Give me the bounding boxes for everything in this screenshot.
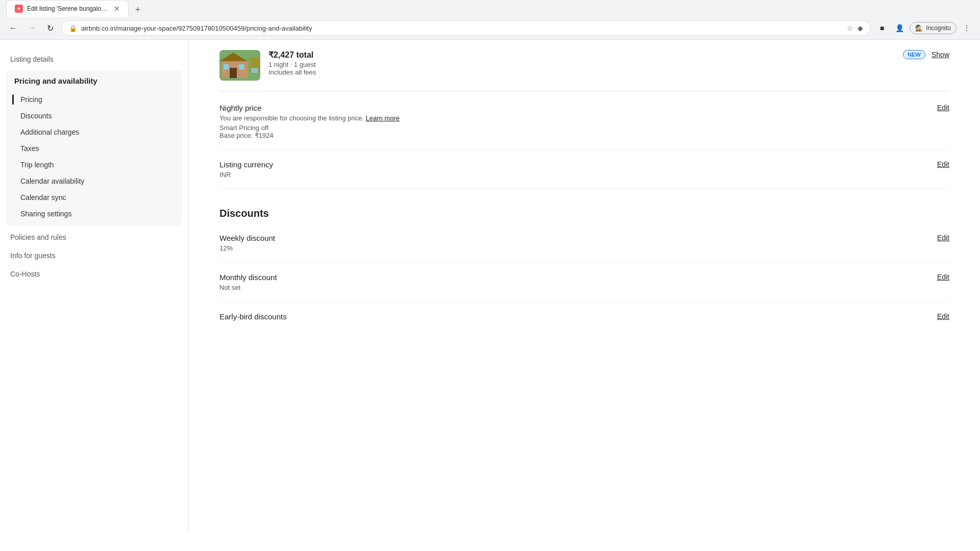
sidebar-co-hosts[interactable]: Co-Hosts xyxy=(0,265,188,283)
sidebar-item-sharing-settings[interactable]: Sharing settings xyxy=(6,206,182,222)
sidebar-item-additional-charges[interactable]: Additional charges xyxy=(6,124,182,140)
svg-rect-7 xyxy=(251,68,258,73)
weekly-discount-info: Weekly discount 12% xyxy=(219,234,929,252)
preview-nights: 1 night · 1 guest xyxy=(268,61,316,68)
address-bar-icons: ☆ ◆ xyxy=(847,24,863,32)
incognito-label: Incognito xyxy=(926,24,951,32)
sidebar-item-taxes[interactable]: Taxes xyxy=(6,140,182,157)
tab-bar: ✦ Edit listing 'Serene bungalow in c... … xyxy=(0,0,980,17)
preview-total-price: ₹2,427 total xyxy=(268,50,316,60)
monthly-discount-edit-link[interactable]: Edit xyxy=(937,273,949,281)
incognito-icon: 🕵 xyxy=(915,24,923,32)
tab-favicon: ✦ xyxy=(15,5,23,13)
nightly-price-desc: You are responsible for choosing the lis… xyxy=(219,114,929,122)
nightly-price-title: Nightly price xyxy=(219,104,929,112)
incognito-button[interactable]: 🕵 Incognito xyxy=(910,22,957,34)
tab-close-button[interactable]: ✕ xyxy=(114,5,120,13)
nightly-price-edit-link[interactable]: Edit xyxy=(937,104,949,112)
preview-info: ₹2,427 total 1 night · 1 guest Includes … xyxy=(268,50,316,76)
preview-left: ₹2,427 total 1 night · 1 guest Includes … xyxy=(219,50,316,81)
listing-currency-title: Listing currency xyxy=(219,160,929,169)
profile-button[interactable]: 👤 xyxy=(892,21,906,35)
early-bird-row: Early-bird discounts Edit xyxy=(219,302,949,331)
monthly-discount-title: Monthly discount xyxy=(219,273,929,282)
address-bar-row: ← → ↻ 🔒 airbnb.co.in/manage-your-space/9… xyxy=(0,17,980,39)
svg-rect-5 xyxy=(239,64,244,69)
nightly-price-row: Nightly price You are responsible for ch… xyxy=(219,91,949,150)
sidebar-item-discounts[interactable]: Discounts xyxy=(6,108,182,124)
base-price: Base price: ₹1924 xyxy=(219,132,929,139)
reload-button[interactable]: ↻ xyxy=(43,21,57,35)
show-preview-link[interactable]: Show xyxy=(932,51,949,59)
svg-rect-3 xyxy=(230,68,237,78)
main-content: ₹2,427 total 1 night · 1 guest Includes … xyxy=(189,40,980,532)
forward-button[interactable]: → xyxy=(24,21,39,35)
star-icon[interactable]: ☆ xyxy=(847,24,853,32)
menu-button[interactable]: ⋮ xyxy=(960,21,974,35)
listing-thumbnail xyxy=(219,50,260,81)
address-bar[interactable]: 🔒 airbnb.co.in/manage-your-space/9275091… xyxy=(61,20,871,36)
browser-chrome: ✦ Edit listing 'Serene bungalow in c... … xyxy=(0,0,980,40)
sidebar-item-calendar-sync[interactable]: Calendar sync xyxy=(6,189,182,206)
url-display: airbnb.co.in/manage-your-space/927509178… xyxy=(81,24,843,32)
sidebar-item-trip-length[interactable]: Trip length xyxy=(6,157,182,173)
active-tab[interactable]: ✦ Edit listing 'Serene bungalow in c... … xyxy=(6,0,129,17)
extensions-button[interactable]: ■ xyxy=(875,21,889,35)
currency-value: INR xyxy=(219,171,929,179)
sidebar-listing-details[interactable]: Listing details xyxy=(0,50,188,68)
discounts-section: Discounts Weekly discount 12% Edit Month… xyxy=(219,189,949,345)
monthly-discount-row: Monthly discount Not set Edit xyxy=(219,263,949,302)
sidebar-subitems: Pricing Discounts Additional charges Tax… xyxy=(6,91,182,226)
monthly-discount-value: Not set xyxy=(219,284,929,291)
tab-title: Edit listing 'Serene bungalow in c... xyxy=(27,5,110,12)
discounts-title: Discounts xyxy=(219,204,949,219)
monthly-discount-info: Monthly discount Not set xyxy=(219,273,929,291)
early-bird-title: Early-bird discounts xyxy=(219,312,287,321)
sidebar: Listing details Pricing and availability… xyxy=(0,40,189,532)
page-container: Listing details Pricing and availability… xyxy=(0,40,980,532)
learn-more-link[interactable]: Learn more xyxy=(365,114,399,122)
sidebar-item-calendar-availability[interactable]: Calendar availability xyxy=(6,173,182,189)
early-bird-edit-link[interactable]: Edit xyxy=(937,312,949,320)
back-button[interactable]: ← xyxy=(6,21,20,35)
new-badge: NEW xyxy=(903,50,925,59)
sidebar-policies-rules[interactable]: Policies and rules xyxy=(0,228,188,246)
sidebar-pricing-section: Pricing and availability Pricing Discoun… xyxy=(6,70,182,226)
nightly-price-desc-text: You are responsible for choosing the lis… xyxy=(219,114,364,122)
browser-actions: ■ 👤 🕵 Incognito ⋮ xyxy=(875,21,974,35)
preview-right: NEW Show xyxy=(903,50,949,59)
extension-icon[interactable]: ◆ xyxy=(857,24,863,32)
sidebar-pricing-availability[interactable]: Pricing and availability xyxy=(6,70,182,91)
weekly-discount-title: Weekly discount xyxy=(219,234,929,242)
svg-rect-4 xyxy=(224,64,229,69)
weekly-discount-value: 12% xyxy=(219,244,929,252)
new-tab-button[interactable]: + xyxy=(131,3,145,17)
smart-pricing: Smart Pricing off xyxy=(219,124,929,132)
weekly-discount-edit-link[interactable]: Edit xyxy=(937,234,949,242)
weekly-discount-row: Weekly discount 12% Edit xyxy=(219,223,949,263)
sidebar-info-guests[interactable]: Info for guests xyxy=(0,246,188,265)
sidebar-item-pricing[interactable]: Pricing xyxy=(6,91,182,108)
preview-section: ₹2,427 total 1 night · 1 guest Includes … xyxy=(219,40,949,91)
listing-currency-row: Listing currency INR Edit xyxy=(219,150,949,189)
nightly-price-info: Nightly price You are responsible for ch… xyxy=(219,104,929,139)
preview-fees: Includes all fees xyxy=(268,68,316,76)
listing-currency-edit-link[interactable]: Edit xyxy=(937,160,949,168)
preview-listing-image xyxy=(219,50,260,81)
listing-currency-info: Listing currency INR xyxy=(219,160,929,179)
